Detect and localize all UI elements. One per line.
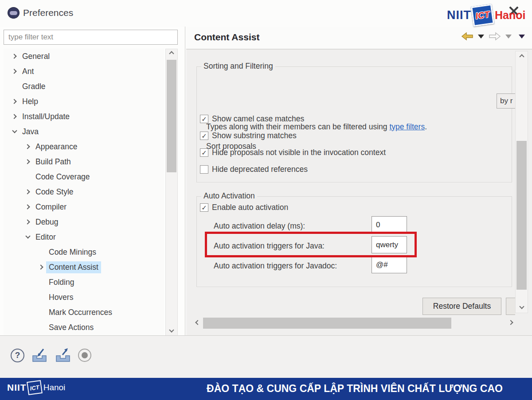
content-assist-page: Sorting and Filtering Types along with t…	[186, 50, 532, 336]
content-scrollbar-thumb[interactable]	[516, 141, 527, 290]
tree-scrollbar-thumb[interactable]	[167, 60, 176, 172]
logo-ict-badge: ICT	[471, 4, 494, 26]
help-icon[interactable]: ?	[11, 349, 24, 362]
chevron-right-icon[interactable]	[23, 187, 33, 197]
tree-item-compiler[interactable]: Compiler	[4, 199, 164, 214]
chevron-right-icon[interactable]	[23, 157, 33, 167]
niit-hanoi-logo-bottom: NIIT ICT Hanoi	[7, 381, 65, 394]
checkbox-checked-icon[interactable]: ✓	[200, 115, 208, 123]
tree-item-java[interactable]: Java	[4, 124, 164, 139]
chevron-right-icon[interactable]	[23, 202, 33, 212]
content-vertical-scrollbar[interactable]	[515, 51, 528, 313]
logo-hanoi-text: Hanoi	[43, 383, 66, 392]
apply-button-clipped[interactable]	[506, 298, 515, 315]
auto-delay-input[interactable]: 0	[372, 216, 407, 233]
red-highlight-box	[205, 232, 417, 257]
chevron-down-icon[interactable]	[10, 127, 20, 136]
sort-proposals-dropdown[interactable]: by r	[497, 93, 515, 109]
checkbox-row[interactable]: ✓ Hide proposals not visible in the invo…	[200, 148, 386, 157]
tree-item-folding[interactable]: Folding	[4, 275, 164, 290]
checkbox-row[interactable]: Hide deprecated references	[200, 165, 308, 174]
checkbox-checked-icon[interactable]: ✓	[200, 132, 208, 140]
tree-item-code-style[interactable]: Code Style	[4, 184, 164, 199]
logo-niit-text: NIIT	[447, 8, 471, 22]
niit-banner: NIIT ICT Hanoi ĐÀO TẠO & CUNG CẤP LẬP TR…	[0, 378, 532, 400]
back-arrow-icon[interactable]	[461, 32, 473, 41]
page-title: Content Assist	[194, 32, 259, 43]
restore-defaults-button[interactable]: Restore Defaults	[422, 298, 501, 315]
title-bar: Preferences NIIT ICT Hanoi	[0, 0, 532, 27]
scroll-left-icon[interactable]	[194, 321, 201, 324]
auto-delay-label: Auto activation delay (ms):	[214, 221, 305, 231]
chevron-right-icon[interactable]	[10, 51, 20, 61]
checkbox-row[interactable]: ✓ Show camel case matches	[200, 114, 304, 124]
back-history-dropdown-icon[interactable]	[478, 35, 484, 39]
view-menu-icon[interactable]	[519, 35, 525, 39]
scroll-up-icon[interactable]	[166, 52, 177, 55]
hscrollbar-thumb[interactable]	[203, 318, 451, 329]
tree-item-ant[interactable]: Ant	[4, 64, 164, 79]
type-filters-link[interactable]: type filters	[389, 122, 425, 131]
forward-history-dropdown-icon[interactable]	[505, 35, 512, 39]
content-horizontal-scrollbar[interactable]	[193, 316, 515, 330]
tree-item-save-actions[interactable]: Save Actions	[4, 320, 164, 335]
chevron-down-icon[interactable]	[23, 232, 33, 242]
tree-item-debug[interactable]: Debug	[4, 214, 164, 229]
tree-item-build-path[interactable]: Build Path	[4, 154, 164, 169]
group-label: Auto Activation	[201, 191, 257, 201]
checkbox-row[interactable]: ✓ Show substring matches	[200, 131, 297, 140]
export-icon[interactable]	[55, 348, 71, 363]
chevron-right-icon[interactable]	[23, 142, 33, 151]
tree-item-general[interactable]: General	[4, 49, 164, 64]
group-label: Sorting and Filtering	[201, 62, 275, 71]
tree-item-install-update[interactable]: Install/Update	[4, 109, 164, 124]
import-icon[interactable]	[31, 348, 48, 363]
checkbox-checked-icon[interactable]: ✓	[200, 203, 208, 212]
scroll-down-icon[interactable]	[516, 305, 528, 308]
checkbox-checked-icon[interactable]: ✓	[200, 148, 208, 157]
chevron-right-icon[interactable]	[10, 112, 20, 121]
scroll-down-icon[interactable]	[166, 328, 177, 332]
logo-hanoi-text: Hanoi	[495, 9, 525, 22]
logo-ict-badge: ICT	[27, 380, 43, 395]
tree-item-code-coverage[interactable]: Code Coverage	[4, 169, 164, 184]
preferences-window-icon	[8, 7, 20, 19]
chevron-right-icon[interactable]	[23, 217, 33, 227]
panel-divider	[185, 27, 185, 336]
enable-auto-activation-checkbox[interactable]: ✓ Enable auto activation	[200, 203, 288, 212]
chevron-right-icon[interactable]	[10, 97, 20, 106]
javadoc-triggers-label: Auto activation triggers for Javadoc:	[214, 261, 337, 271]
scroll-right-icon[interactable]	[507, 321, 514, 324]
chevron-right-icon[interactable]	[36, 262, 46, 272]
tree-scrollbar[interactable]	[165, 49, 178, 336]
tree-item-help[interactable]: Help	[4, 94, 164, 109]
forward-arrow-icon[interactable]	[489, 32, 501, 41]
logo-niit-text: NIIT	[7, 382, 27, 393]
tree-item-gradle[interactable]: Gradle	[4, 79, 164, 94]
niit-hanoi-logo-top: NIIT ICT Hanoi	[447, 4, 529, 27]
tree-item-appearance[interactable]: Appearance	[4, 139, 164, 154]
javadoc-triggers-input[interactable]: @#	[372, 256, 407, 273]
type-filters-description: Types along with their members can be fi…	[206, 122, 427, 132]
scroll-up-icon[interactable]	[516, 55, 528, 58]
chevron-right-icon[interactable]	[10, 66, 20, 76]
tree-item-code-minings[interactable]: Code Minings	[4, 245, 164, 260]
tree-item-mark-occurrences[interactable]: Mark Occurrences	[4, 305, 164, 320]
banner-slogan: ĐÀO TẠO & CUNG CẤP LẬP TRÌNH VIÊN CHẤT L…	[186, 383, 523, 395]
tree-item-editor[interactable]: Editor	[4, 229, 164, 245]
tree-item-content-assist[interactable]: Content Assist	[4, 260, 164, 275]
filter-input[interactable]	[4, 30, 178, 45]
preferences-tree: General Ant Gradle Help Install/Update J…	[4, 49, 164, 336]
dialog-footer: ? Apply and Close Cancel	[0, 336, 532, 378]
window-title: Preferences	[23, 8, 73, 18]
record-preferences-icon[interactable]	[78, 349, 91, 362]
checkbox-unchecked-icon[interactable]	[200, 165, 208, 174]
page-header: Content Assist	[186, 27, 532, 49]
tree-item-hovers[interactable]: Hovers	[4, 290, 164, 305]
